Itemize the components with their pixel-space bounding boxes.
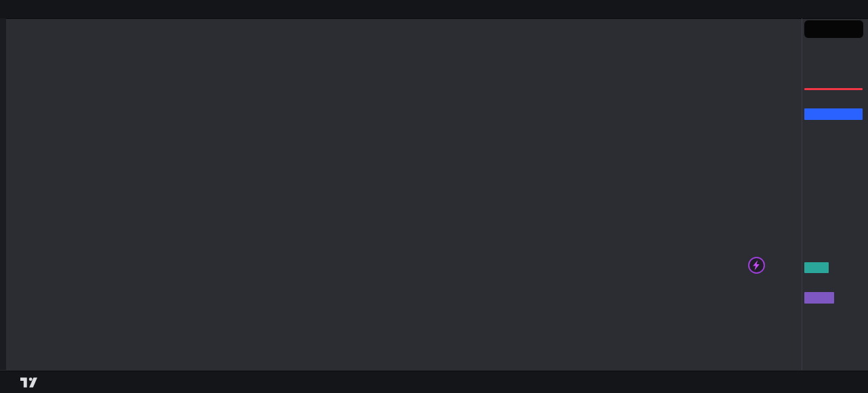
tradingview-logo-icon[interactable] xyxy=(20,377,37,388)
rsi-value-badge xyxy=(804,292,834,304)
price-chart-canvas[interactable] xyxy=(0,0,868,393)
footer-bar xyxy=(0,371,868,393)
lightning-icon xyxy=(752,260,761,270)
volume-axis-badge xyxy=(804,262,829,273)
tradingview-published-chart xyxy=(0,0,868,393)
volume-row[interactable] xyxy=(12,34,39,45)
ma-row[interactable] xyxy=(12,45,39,57)
currency-toggle-button[interactable] xyxy=(804,20,864,39)
chart-legend xyxy=(12,22,39,57)
last-price-badge xyxy=(804,88,863,90)
rsi-legend[interactable] xyxy=(12,278,16,287)
price-axis-border xyxy=(802,18,802,370)
symbol-row[interactable] xyxy=(12,22,39,34)
alert-line-price-badge xyxy=(804,108,863,120)
lightning-button[interactable] xyxy=(748,257,765,274)
